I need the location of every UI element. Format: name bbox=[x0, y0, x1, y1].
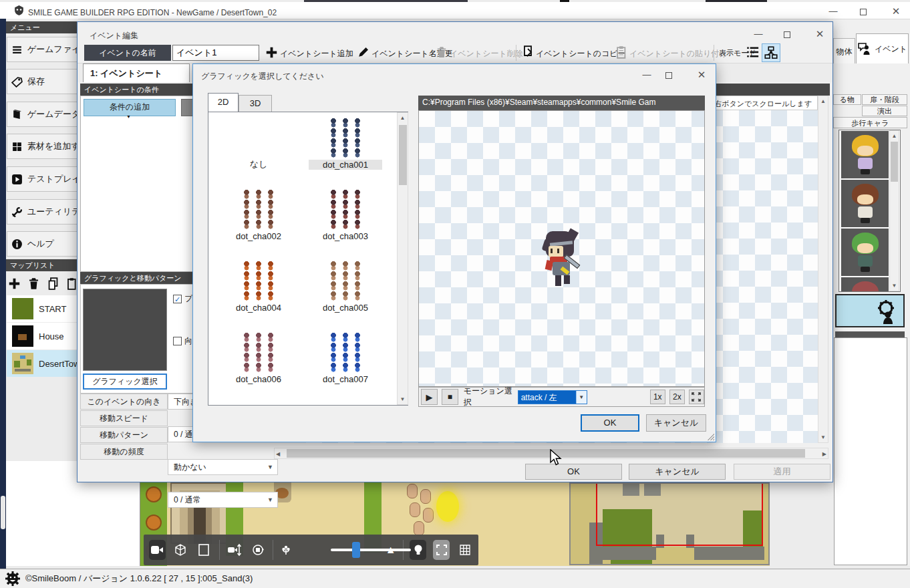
light-bulb-icon[interactable] bbox=[410, 540, 426, 560]
event-cancel-button[interactable]: キャンセル bbox=[629, 464, 726, 480]
maplist-item-start[interactable]: START bbox=[7, 295, 78, 322]
delete-sheet-button[interactable]: イベントシート削除 bbox=[450, 48, 523, 59]
scroll-down-icon[interactable]: ▼ bbox=[818, 432, 828, 442]
scroll-left-icon[interactable]: ◀ bbox=[276, 449, 280, 459]
scroll-right-icon[interactable]: ▶ bbox=[822, 449, 826, 459]
sidebar-item-gamefile[interactable]: ゲームファイル bbox=[7, 37, 78, 62]
copy-sheet-button[interactable]: イベントシートのコピー bbox=[536, 48, 626, 59]
chara-list-item[interactable] bbox=[841, 277, 889, 291]
maplist-item-deserttown[interactable]: DesertTow bbox=[7, 350, 78, 377]
sprite-preview-canvas[interactable] bbox=[418, 110, 705, 387]
graphic-ok-button[interactable]: OK bbox=[581, 414, 639, 432]
resize-grip[interactable] bbox=[708, 434, 714, 440]
minimize-button[interactable]: — bbox=[639, 69, 654, 80]
graphic-cancel-button[interactable]: キャンセル bbox=[646, 414, 706, 432]
subtab-walking-chara[interactable]: 歩行キャラ bbox=[833, 117, 907, 128]
maximize-button[interactable] bbox=[784, 31, 790, 40]
scale-2x-button[interactable]: 2x bbox=[669, 390, 685, 404]
tab-event[interactable]: イベント bbox=[856, 33, 909, 63]
stop-button[interactable]: ■ bbox=[442, 389, 458, 405]
zoom-out-flower-icon[interactable] bbox=[280, 544, 292, 556]
subtab-direction[interactable]: 演出 bbox=[862, 106, 907, 116]
grid-icon[interactable] bbox=[456, 540, 473, 560]
tab-2d[interactable]: 2D bbox=[208, 93, 239, 112]
graphic-item[interactable]: dot_cha004 bbox=[222, 261, 295, 313]
graphic-item[interactable]: dot_cha006 bbox=[222, 332, 295, 384]
flowchart-view-button[interactable] bbox=[762, 43, 780, 62]
sidebar-item-help[interactable]: ヘルプ bbox=[7, 231, 78, 257]
expand-button[interactable] bbox=[689, 390, 704, 404]
scroll-up-icon[interactable]: ▲ bbox=[890, 131, 899, 141]
close-button[interactable]: ✕ bbox=[889, 5, 903, 17]
chara-list-scrollbar[interactable]: ▲ ▼ bbox=[889, 130, 899, 291]
selected-event-gfx[interactable] bbox=[835, 294, 905, 327]
fullscreen-brackets-icon[interactable] bbox=[433, 540, 450, 560]
add-condition-button[interactable]: 条件の追加 ▼ bbox=[84, 99, 176, 116]
sidebar-item-utility[interactable]: ユーティリティ bbox=[7, 199, 78, 225]
canvas-vscrollbar[interactable]: ▲ ▼ bbox=[818, 96, 828, 443]
graphic-item[interactable]: dot_cha003 bbox=[309, 189, 382, 241]
cube-icon[interactable] bbox=[172, 540, 189, 560]
zoom-slider-thumb[interactable] bbox=[352, 542, 360, 558]
chara-list-item[interactable] bbox=[841, 229, 889, 276]
motion-dropdown[interactable]: attack / 左 ▼ bbox=[518, 390, 587, 404]
graphic-item[interactable]: dot_cha001 bbox=[309, 118, 382, 170]
sidebar-item-label: テストプレイ bbox=[27, 173, 78, 185]
graphic-item[interactable]: dot_cha007 bbox=[309, 332, 382, 384]
map-scrollbar[interactable] bbox=[0, 19, 6, 569]
sidebar-item-add-assets[interactable]: 素材を追加する bbox=[7, 134, 78, 159]
chara-list-item[interactable] bbox=[841, 131, 889, 178]
sheet-tab[interactable]: 1: イベントシート bbox=[83, 63, 190, 82]
prop-frequency-select[interactable]: 0 / 通常▼ bbox=[168, 492, 278, 508]
add-map-icon[interactable] bbox=[8, 277, 21, 290]
scroll-down-icon[interactable]: ▼ bbox=[398, 394, 408, 404]
map-scrollbar-thumb[interactable] bbox=[1, 496, 5, 529]
zoom-slider-track[interactable] bbox=[331, 549, 411, 551]
maximize-button[interactable] bbox=[860, 8, 867, 17]
minimize-button[interactable]: — bbox=[751, 29, 766, 39]
close-button[interactable]: ✕ bbox=[694, 69, 709, 81]
play-button[interactable]: ▶ bbox=[421, 389, 438, 405]
add-sheet-button[interactable]: イベントシート追加 bbox=[280, 48, 353, 59]
scroll-up-icon[interactable]: ▲ bbox=[398, 113, 408, 123]
scale-1x-button[interactable]: 1x bbox=[650, 390, 665, 404]
subtab-glow[interactable]: る物 bbox=[833, 94, 861, 105]
close-button[interactable]: ✕ bbox=[812, 28, 827, 40]
camera-height-icon[interactable] bbox=[226, 540, 243, 560]
direction-checkbox[interactable] bbox=[173, 337, 182, 345]
sidebar-item-testplay[interactable]: テストプレイ bbox=[7, 166, 78, 192]
sidebar-item-save[interactable]: 保存 bbox=[7, 69, 78, 94]
preview-checkbox[interactable]: ✓ bbox=[173, 295, 182, 303]
sidebar-item-gamedata[interactable]: ゲームデータを作 bbox=[7, 102, 78, 127]
scroll-down-icon[interactable]: ▼ bbox=[890, 281, 899, 291]
scroll-up-icon[interactable]: ▲ bbox=[818, 96, 828, 106]
minimap[interactable] bbox=[569, 482, 770, 565]
delete-map-icon[interactable] bbox=[27, 277, 40, 290]
frame-icon[interactable] bbox=[196, 540, 212, 560]
camera-icon[interactable] bbox=[149, 540, 166, 560]
paste-sheet-button[interactable]: イベントシートの貼り付け bbox=[629, 48, 728, 59]
event-apply-button[interactable]: 適用 bbox=[734, 464, 830, 480]
maplist-item-house[interactable]: House bbox=[7, 323, 78, 349]
tab-3d[interactable]: 3D bbox=[239, 95, 272, 112]
sprite-grid bbox=[241, 261, 277, 301]
rotate-icon[interactable] bbox=[249, 540, 266, 560]
map-toolbar: ▲ bbox=[144, 535, 478, 565]
subtab-door-stairs[interactable]: 扉・階段 bbox=[862, 94, 907, 105]
tab-object[interactable]: 物体 bbox=[833, 38, 855, 63]
graphic-list-scrollbar[interactable]: ▲ ▼ bbox=[397, 112, 408, 405]
minimize-button[interactable]: — bbox=[826, 6, 841, 16]
graphic-item[interactable]: dot_cha002 bbox=[222, 189, 295, 241]
maximize-button[interactable] bbox=[665, 71, 672, 81]
minimap-wall bbox=[589, 547, 656, 560]
sprite-grid bbox=[327, 261, 363, 301]
select-graphic-button[interactable]: グラフィック選択 bbox=[83, 374, 167, 390]
event-ok-button[interactable]: OK bbox=[525, 464, 622, 480]
prop-pattern-select[interactable]: 動かない▼ bbox=[168, 459, 278, 475]
chara-list-item[interactable] bbox=[841, 180, 889, 227]
copy-map-icon[interactable] bbox=[47, 277, 59, 290]
graphic-item-none[interactable]: なし bbox=[222, 156, 295, 170]
list-view-icon[interactable] bbox=[746, 45, 760, 59]
event-name-input[interactable] bbox=[172, 45, 259, 61]
graphic-item[interactable]: dot_cha005 bbox=[309, 261, 382, 313]
